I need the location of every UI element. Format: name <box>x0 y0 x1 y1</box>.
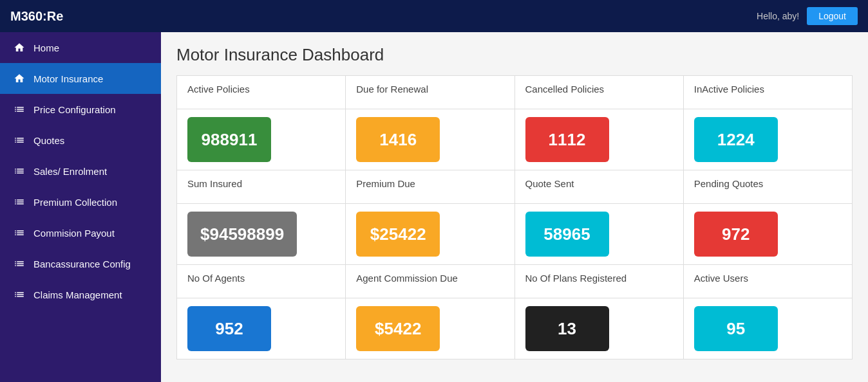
label-agent-commission: Agent Commission Due <box>356 273 504 284</box>
claims-icon <box>13 288 26 301</box>
home-icon <box>13 41 26 54</box>
sidebar-item-home[interactable]: Home <box>0 32 161 63</box>
commission-icon <box>13 226 26 239</box>
stat-agents: 952 <box>187 306 271 351</box>
hello-text: Hello, aby! <box>757 11 799 21</box>
sales-icon <box>13 165 26 177</box>
table-row-labels-1: Active Policies Due for Renewal Cancelle… <box>177 76 853 109</box>
stat-sum-insured: $94598899 <box>187 212 297 257</box>
premium-icon <box>13 196 26 208</box>
sidebar-item-motor-insurance[interactable]: Motor Insurance <box>0 63 161 94</box>
user-area: Hello, aby! Logout <box>757 7 858 25</box>
brand-logo: M360:Re <box>10 9 63 24</box>
sidebar-item-price-config[interactable]: Price Configuration <box>0 94 161 125</box>
label-active-policies: Active Policies <box>187 84 335 95</box>
label-sum-insured: Sum Insured <box>187 178 335 189</box>
price-config-icon <box>13 103 26 116</box>
stat-quote-sent: 58965 <box>525 212 609 257</box>
sidebar-label-price-config: Price Configuration <box>33 104 116 115</box>
logout-button[interactable]: Logout <box>807 7 858 25</box>
sidebar-item-quotes[interactable]: Quotes <box>0 125 161 156</box>
stat-plans: 13 <box>525 306 609 351</box>
label-active-users: Active Users <box>694 273 842 284</box>
sidebar-label-bancassurance: Bancassurance Config <box>33 259 131 269</box>
sidebar-item-commission[interactable]: Commision Payout <box>0 217 161 248</box>
sidebar-label-sales: Sales/ Enrolment <box>33 166 107 177</box>
label-pending-quotes: Pending Quotes <box>694 178 842 189</box>
stat-due-renewal: 1416 <box>356 117 440 162</box>
stat-active-users: 95 <box>694 306 778 351</box>
label-plans: No Of Plans Registered <box>525 273 673 284</box>
sidebar-item-sales[interactable]: Sales/ Enrolment <box>0 156 161 186</box>
content-area: Motor Insurance Dashboard Active Policie… <box>161 32 868 382</box>
label-agents: No Of Agents <box>187 273 335 284</box>
sidebar-label-claims: Claims Management <box>33 289 122 300</box>
stat-active-policies: 988911 <box>187 117 271 162</box>
table-row-labels-3: No Of Agents Agent Commission Due No Of … <box>177 265 853 298</box>
label-premium-due: Premium Due <box>356 178 504 189</box>
table-row-values-3: 952 $5422 13 95 <box>177 298 853 359</box>
sidebar-label-commission: Commision Payout <box>33 228 115 239</box>
table-row-values-1: 988911 1416 1112 1224 <box>177 109 853 170</box>
top-header: M360:Re Hello, aby! Logout <box>0 0 868 32</box>
label-quote-sent: Quote Sent <box>525 178 673 189</box>
quotes-icon <box>13 134 26 147</box>
label-inactive: InActive Policies <box>694 84 842 95</box>
stat-premium-due: $25422 <box>356 212 440 257</box>
sidebar-label-premium: Premium Collection <box>33 197 117 208</box>
stat-agent-commission: $5422 <box>356 306 440 351</box>
table-row-values-2: $94598899 $25422 58965 972 <box>177 204 853 265</box>
stat-inactive: 1224 <box>694 117 778 162</box>
sidebar: Home Motor Insurance Price Configuration… <box>0 32 161 382</box>
label-due-renewal: Due for Renewal <box>356 84 504 95</box>
sidebar-label-quotes: Quotes <box>33 135 64 146</box>
sidebar-label-motor-insurance: Motor Insurance <box>33 73 103 84</box>
sidebar-label-home: Home <box>33 42 59 53</box>
label-cancelled: Cancelled Policies <box>525 84 673 95</box>
sidebar-item-premium-collection[interactable]: Premium Collection <box>0 186 161 217</box>
stat-pending-quotes: 972 <box>694 212 778 257</box>
table-row-labels-2: Sum Insured Premium Due Quote Sent Pendi… <box>177 170 853 204</box>
dashboard-table: Active Policies Due for Renewal Cancelle… <box>176 75 853 359</box>
bancassurance-icon <box>13 257 26 270</box>
motor-insurance-icon <box>13 72 26 85</box>
stat-cancelled: 1112 <box>525 117 609 162</box>
sidebar-item-claims[interactable]: Claims Management <box>0 279 161 310</box>
sidebar-item-bancassurance[interactable]: Bancassurance Config <box>0 248 161 279</box>
page-title: Motor Insurance Dashboard <box>176 45 853 65</box>
